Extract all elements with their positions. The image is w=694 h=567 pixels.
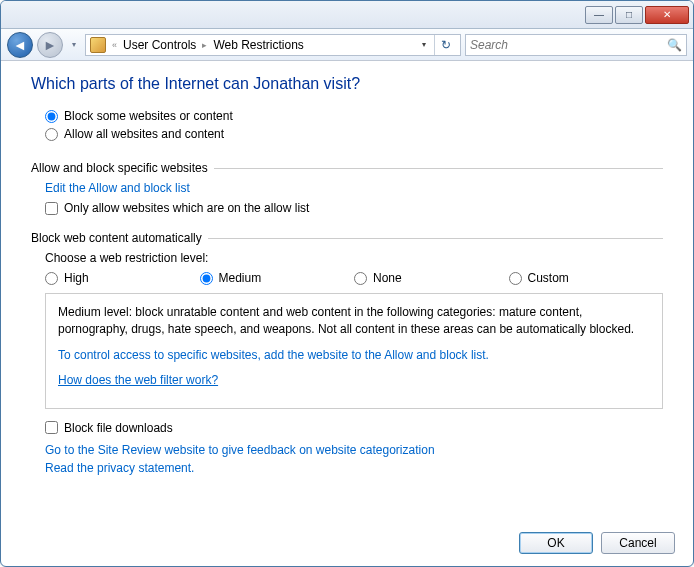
link-site-review[interactable]: Go to the Site Review website to give fe…: [45, 443, 663, 457]
crumb-user-controls[interactable]: User Controls: [123, 38, 196, 52]
back-arrow-icon: ◄: [13, 37, 27, 53]
link-how-filter-works[interactable]: How does the web filter work?: [58, 373, 218, 387]
back-button[interactable]: ◄: [7, 32, 33, 58]
crumb-web-restrictions[interactable]: Web Restrictions: [213, 38, 303, 52]
checkbox-only-allow-list[interactable]: [45, 202, 58, 215]
level-description-box: Medium level: block unratable content an…: [45, 293, 663, 409]
history-dropdown[interactable]: ▾: [67, 38, 81, 52]
group-auto-block-label: Block web content automatically: [31, 231, 202, 245]
label-level-medium: Medium: [219, 271, 262, 285]
window: — □ ✕ ◄ ► ▾ « User Controls ▸ Web Restri…: [0, 0, 694, 567]
crumb-more-icon[interactable]: «: [110, 40, 119, 50]
link-privacy-statement[interactable]: Read the privacy statement.: [45, 461, 663, 475]
radio-level-medium[interactable]: [200, 272, 213, 285]
label-level-none: None: [373, 271, 402, 285]
visit-scope-group: Block some websites or content Allow all…: [31, 105, 663, 145]
group-allow-block: Allow and block specific websites: [31, 161, 663, 175]
group-allow-block-label: Allow and block specific websites: [31, 161, 208, 175]
label-level-high: High: [64, 271, 89, 285]
content: Which parts of the Internet can Jonathan…: [1, 61, 693, 567]
search-icon[interactable]: 🔍: [667, 38, 682, 52]
search-box[interactable]: 🔍: [465, 34, 687, 56]
restriction-level-row: High Medium None Custom: [45, 271, 663, 285]
label-level-custom: Custom: [528, 271, 569, 285]
minimize-button[interactable]: —: [585, 6, 613, 24]
label-allow-all: Allow all websites and content: [64, 127, 224, 141]
navbar: ◄ ► ▾ « User Controls ▸ Web Restrictions…: [1, 29, 693, 61]
checkbox-block-downloads[interactable]: [45, 421, 58, 434]
radio-allow-all[interactable]: [45, 128, 58, 141]
page-title: Which parts of the Internet can Jonathan…: [31, 75, 663, 93]
divider: [214, 168, 663, 169]
link-add-to-list[interactable]: To control access to specific websites, …: [58, 347, 650, 364]
radio-level-high[interactable]: [45, 272, 58, 285]
button-bar: OK Cancel: [519, 532, 675, 554]
choose-level-label: Choose a web restriction level:: [45, 251, 663, 265]
titlebar: — □ ✕: [1, 1, 693, 29]
window-buttons: — □ ✕: [583, 6, 689, 24]
desc-medium-text: Medium level: block unratable content an…: [58, 304, 650, 339]
refresh-icon: ↻: [441, 38, 451, 52]
radio-block-some[interactable]: [45, 110, 58, 123]
search-input[interactable]: [470, 38, 667, 52]
radio-level-none[interactable]: [354, 272, 367, 285]
cancel-button[interactable]: Cancel: [601, 532, 675, 554]
forward-button[interactable]: ►: [37, 32, 63, 58]
link-edit-allow-block[interactable]: Edit the Allow and block list: [45, 181, 663, 195]
label-block-some: Block some websites or content: [64, 109, 233, 123]
breadcrumb[interactable]: « User Controls ▸ Web Restrictions ▾ ↻: [85, 34, 461, 56]
group-auto-block: Block web content automatically: [31, 231, 663, 245]
divider: [208, 238, 663, 239]
radio-level-custom[interactable]: [509, 272, 522, 285]
maximize-button[interactable]: □: [615, 6, 643, 24]
folder-icon: [90, 37, 106, 53]
close-button[interactable]: ✕: [645, 6, 689, 24]
forward-arrow-icon: ►: [43, 37, 57, 53]
label-only-allow-list: Only allow websites which are on the all…: [64, 201, 309, 215]
breadcrumb-dropdown-icon[interactable]: ▾: [418, 40, 430, 49]
ok-button[interactable]: OK: [519, 532, 593, 554]
refresh-button[interactable]: ↻: [434, 35, 456, 55]
label-block-downloads: Block file downloads: [64, 421, 173, 435]
chevron-right-icon[interactable]: ▸: [200, 40, 209, 50]
